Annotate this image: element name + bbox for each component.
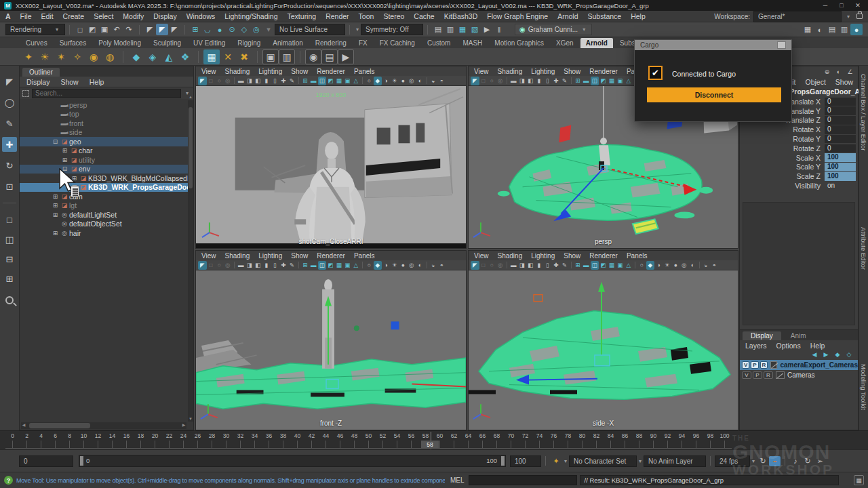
menu-item[interactable]: Object xyxy=(805,78,825,86)
motion-blur-icon[interactable]: ◐ xyxy=(416,77,425,85)
bookmark-icon[interactable]: ▮ xyxy=(535,261,544,270)
outliner-item-hair[interactable]: ⊞ hair xyxy=(20,228,188,238)
outliner-item-geo[interactable]: ⊟ geo xyxy=(20,137,188,146)
image-plane-icon[interactable]: ▯ xyxy=(271,77,279,85)
user-account-chip[interactable]: ◉ Graham Cunni... ▾ xyxy=(515,24,592,35)
timeline-tick-label[interactable]: 60 xyxy=(433,432,447,441)
shelf-tab-sculpting[interactable]: Sculpting xyxy=(148,38,186,48)
move-tool-status-icon[interactable]: ◤ xyxy=(156,24,168,35)
timeline-tick-label[interactable]: 68 xyxy=(490,432,504,441)
ao-icon[interactable]: ◎ xyxy=(680,261,689,270)
snap-view-plane-icon[interactable]: ◇ xyxy=(238,24,250,35)
channel-rotate-x[interactable]: Rotate X 0 xyxy=(740,125,858,134)
layer-visibility-toggle[interactable]: V xyxy=(742,361,749,369)
bookmark-icon[interactable]: ▮ xyxy=(262,261,271,270)
menu-item[interactable]: Show xyxy=(60,78,78,86)
timeline-tick-label[interactable]: 46 xyxy=(333,432,347,441)
shaded-icon[interactable]: ◆ xyxy=(374,77,382,85)
menu-item[interactable]: Show xyxy=(291,252,308,260)
isolate-select-icon[interactable]: ◓ xyxy=(437,77,446,85)
safe-action-icon[interactable]: ▣ xyxy=(616,77,625,85)
lighting-icon[interactable]: ☀ xyxy=(391,261,399,270)
character-controls-icon[interactable]: ◐ xyxy=(814,24,826,35)
expand-toggle-icon[interactable]: ⊞ xyxy=(51,211,60,218)
chevron-down-icon[interactable]: ▾ xyxy=(752,458,755,464)
expand-toggle-icon[interactable]: ⊞ xyxy=(60,147,69,154)
channel-value-field[interactable]: on xyxy=(825,182,856,190)
field-chart-icon[interactable]: ▦ xyxy=(608,77,616,85)
sep[interactable] xyxy=(507,77,507,84)
menu-item[interactable]: Show xyxy=(291,68,308,75)
maximize-button[interactable]: □ xyxy=(835,2,848,9)
expand-toggle-icon[interactable]: ⊞ xyxy=(60,157,69,163)
field-chart-icon[interactable]: ▦ xyxy=(335,261,344,270)
menu-item[interactable]: Arnold xyxy=(557,12,578,20)
layer-tab-display[interactable]: Display xyxy=(743,331,781,340)
aov-browser-icon[interactable]: ▥ xyxy=(279,49,295,64)
rotate-tool-icon[interactable]: ↻ xyxy=(2,158,17,173)
menu-item[interactable]: Options xyxy=(776,342,801,350)
channel-value-field[interactable]: 0 xyxy=(825,116,856,125)
shelf-tab-arnold[interactable]: Arnold xyxy=(580,38,613,48)
menu-item[interactable]: Shading xyxy=(498,68,523,75)
menu-item[interactable]: Show xyxy=(835,78,853,86)
physical-sky-icon[interactable]: ◍ xyxy=(102,49,118,64)
snap-options-arrow-icon[interactable]: ▾ xyxy=(262,24,275,35)
timeline-tick-label[interactable]: 30 xyxy=(219,432,233,441)
menu-item[interactable]: Stereo xyxy=(383,12,404,20)
bookmark-icon[interactable]: ▮ xyxy=(262,77,271,85)
menu-item[interactable]: Shading xyxy=(225,68,250,75)
image-plane-icon[interactable]: ▯ xyxy=(543,261,552,270)
timeline-tick-label[interactable]: 100 xyxy=(717,432,732,441)
lasso-tool-icon[interactable]: ◯ xyxy=(2,95,17,110)
shadows-icon[interactable]: ● xyxy=(399,261,408,270)
grid-icon[interactable]: ⊞ xyxy=(574,261,583,270)
mel-label[interactable]: MEL xyxy=(450,476,465,484)
layout-four-pane-icon[interactable]: ⊞ xyxy=(2,271,17,286)
shelf-tab-rendering[interactable]: Rendering xyxy=(310,38,352,48)
speed-state-icon[interactable]: ◐ xyxy=(833,67,844,76)
menu-item[interactable]: KitBash3D xyxy=(444,12,478,20)
viewport-paint-icon[interactable]: ◎ xyxy=(224,77,233,85)
gate-mask-icon[interactable]: ◩ xyxy=(326,77,335,85)
shelf-tab-surfaces[interactable]: Surfaces xyxy=(54,38,92,48)
menu-item[interactable]: Lighting xyxy=(531,68,555,75)
mel-command-input[interactable] xyxy=(469,475,577,485)
grid-icon[interactable]: ⊞ xyxy=(301,77,310,85)
menu-item[interactable]: Panels xyxy=(354,68,375,75)
camera-lock-icon[interactable]: ▬ xyxy=(237,261,245,270)
sep[interactable] xyxy=(123,51,123,63)
menu-item[interactable]: Substance xyxy=(588,12,622,20)
timeline-tick-label[interactable]: 56 xyxy=(404,432,418,441)
sep[interactable] xyxy=(571,262,572,268)
sep[interactable] xyxy=(427,77,427,84)
menu-item[interactable]: Texturing xyxy=(288,12,317,20)
front-canvas[interactable]: front -Z xyxy=(196,270,466,430)
sep[interactable] xyxy=(427,262,427,268)
image-plane-icon[interactable]: ▯ xyxy=(271,261,279,270)
layer-prev-icon[interactable]: ◀ xyxy=(810,350,819,359)
expand-toggle-icon[interactable]: ⊞ xyxy=(51,193,60,200)
camera-select-icon[interactable]: ◨ xyxy=(245,261,254,270)
attribute-editor-ball-icon[interactable]: ● xyxy=(850,24,863,35)
layout-single-pane-icon[interactable]: □ xyxy=(2,212,17,227)
cargo-close-button[interactable] xyxy=(777,41,786,49)
timeline-tick-marks[interactable] xyxy=(5,441,732,449)
standard-surface-icon[interactable]: ◆ xyxy=(128,49,144,64)
shelf-tab-xgen[interactable]: XGen xyxy=(551,38,579,48)
layer-playback-toggle[interactable]: P xyxy=(751,361,758,369)
snap-point-icon[interactable]: ● xyxy=(214,24,226,35)
render-sequence-icon[interactable]: ▶ xyxy=(338,49,354,64)
safe-action-icon[interactable]: ▣ xyxy=(343,261,352,270)
chevron-down-icon[interactable]: ▾ xyxy=(639,458,642,464)
xray-icon[interactable]: ◒ xyxy=(702,261,711,270)
timeline-tick-label[interactable]: 76 xyxy=(547,432,561,441)
range-end-handle[interactable] xyxy=(501,456,505,466)
sep[interactable] xyxy=(198,51,199,63)
timeline-tick-label[interactable]: 98 xyxy=(703,432,717,441)
menu-item[interactable]: Shading xyxy=(225,252,250,260)
viewport-select-icon[interactable]: ◤ xyxy=(198,77,207,85)
timeline-tick-label[interactable]: 26 xyxy=(191,432,205,441)
shelf-tab-animation[interactable]: Animation xyxy=(267,38,308,48)
menu-item[interactable]: Lighting xyxy=(258,252,282,260)
